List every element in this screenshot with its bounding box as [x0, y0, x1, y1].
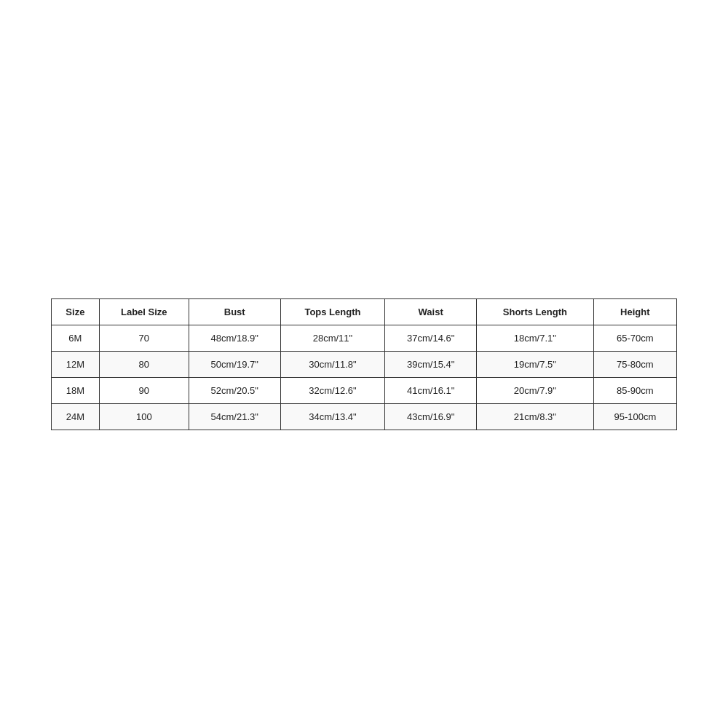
cell-size: 24M — [52, 403, 100, 430]
cell-size: 6M — [52, 325, 100, 351]
cell-bust: 48cm/18.9" — [189, 325, 280, 351]
col-header-shorts-length: Shorts Length — [477, 298, 594, 325]
cell-waist: 39cm/15.4" — [385, 351, 477, 377]
cell-height: 85-90cm — [593, 377, 676, 403]
cell-shorts-length: 21cm/8.3" — [477, 403, 594, 430]
cell-label-size: 100 — [99, 403, 189, 430]
cell-label-size: 80 — [99, 351, 189, 377]
cell-tops-length: 28cm/11" — [280, 325, 385, 351]
cell-waist: 43cm/16.9" — [385, 403, 477, 430]
cell-size: 18M — [52, 377, 100, 403]
size-chart-table: Size Label Size Bust Tops Length Waist S… — [51, 298, 677, 430]
table-header-row: Size Label Size Bust Tops Length Waist S… — [52, 298, 677, 325]
cell-bust: 50cm/19.7" — [189, 351, 280, 377]
cell-bust: 54cm/21.3" — [189, 403, 280, 430]
table-row: 18M9052cm/20.5"32cm/12.6"41cm/16.1"20cm/… — [52, 377, 677, 403]
cell-label-size: 90 — [99, 377, 189, 403]
table-row: 12M8050cm/19.7"30cm/11.8"39cm/15.4"19cm/… — [52, 351, 677, 377]
cell-shorts-length: 20cm/7.9" — [477, 377, 594, 403]
cell-size: 12M — [52, 351, 100, 377]
cell-label-size: 70 — [99, 325, 189, 351]
cell-waist: 41cm/16.1" — [385, 377, 477, 403]
col-header-tops-length: Tops Length — [280, 298, 385, 325]
col-header-waist: Waist — [385, 298, 477, 325]
col-header-size: Size — [52, 298, 100, 325]
cell-height: 75-80cm — [593, 351, 676, 377]
cell-tops-length: 32cm/12.6" — [280, 377, 385, 403]
cell-waist: 37cm/14.6" — [385, 325, 477, 351]
cell-shorts-length: 18cm/7.1" — [477, 325, 594, 351]
table-row: 6M7048cm/18.9"28cm/11"37cm/14.6"18cm/7.1… — [52, 325, 677, 351]
col-header-height: Height — [593, 298, 676, 325]
cell-shorts-length: 19cm/7.5" — [477, 351, 594, 377]
cell-height: 65-70cm — [593, 325, 676, 351]
cell-tops-length: 34cm/13.4" — [280, 403, 385, 430]
table-row: 24M10054cm/21.3"34cm/13.4"43cm/16.9"21cm… — [52, 403, 677, 430]
col-header-bust: Bust — [189, 298, 280, 325]
cell-height: 95-100cm — [593, 403, 676, 430]
cell-bust: 52cm/20.5" — [189, 377, 280, 403]
size-chart-container: Size Label Size Bust Tops Length Waist S… — [51, 298, 677, 430]
cell-tops-length: 30cm/11.8" — [280, 351, 385, 377]
col-header-label-size: Label Size — [99, 298, 189, 325]
